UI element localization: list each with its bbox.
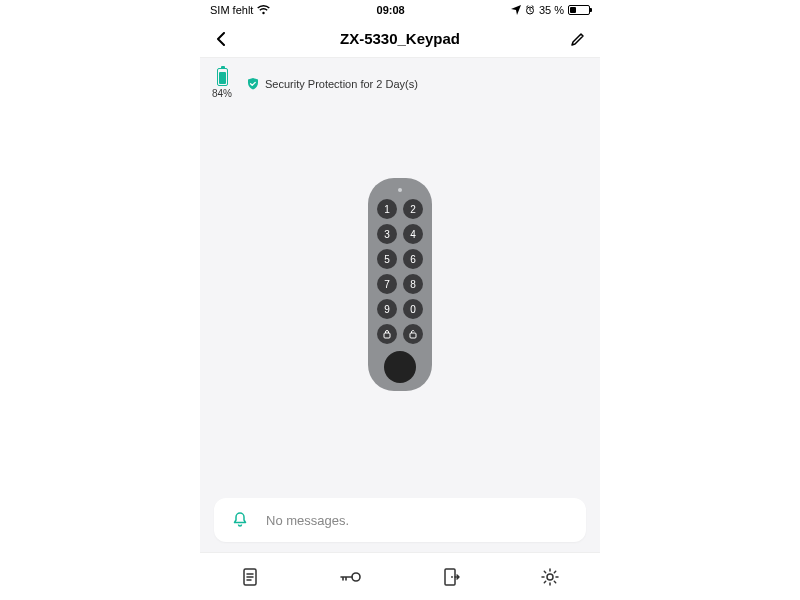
keypad-key: 3	[377, 224, 397, 244]
keypad-key: 8	[403, 274, 423, 294]
content-area: 84% Security Protection for 2 Day(s) 1 2…	[200, 58, 600, 600]
page-title: ZX-5330_Keypad	[340, 30, 460, 47]
keypad-led-icon	[398, 188, 402, 192]
keypad-lock-icon	[377, 324, 397, 344]
protection-status: Security Protection for 2 Day(s)	[246, 77, 418, 91]
door-button[interactable]	[430, 557, 470, 597]
svg-rect-5	[445, 569, 455, 585]
keypad-key: 6	[403, 249, 423, 269]
messages-card[interactable]: No messages.	[214, 498, 586, 542]
keypad-unlock-icon	[403, 324, 423, 344]
battery-percent-text: 35 %	[539, 4, 564, 16]
battery-icon	[217, 68, 228, 86]
key-button[interactable]	[330, 557, 370, 597]
ios-status-bar: SIM fehlt 09:08 35 %	[200, 0, 600, 20]
protection-text: Security Protection for 2 Day(s)	[265, 78, 418, 90]
svg-point-6	[451, 576, 453, 578]
carrier-text: SIM fehlt	[210, 4, 253, 16]
keypad-key: 4	[403, 224, 423, 244]
keypad-key: 9	[377, 299, 397, 319]
records-button[interactable]	[230, 557, 270, 597]
nav-header: ZX-5330_Keypad	[200, 20, 600, 58]
back-button[interactable]	[208, 25, 236, 53]
keypad-key: 1	[377, 199, 397, 219]
shield-check-icon	[246, 77, 260, 91]
keypad-key: 5	[377, 249, 397, 269]
battery-icon	[568, 5, 590, 15]
clock-text: 09:08	[377, 4, 405, 16]
bell-icon	[226, 506, 254, 534]
alarm-icon	[525, 5, 535, 15]
keypad-key: 7	[377, 274, 397, 294]
keypad-device-graphic: 1 2 3 4 5 6 7 8 9 0	[368, 178, 432, 391]
edit-button[interactable]	[564, 25, 592, 53]
svg-point-4	[352, 573, 360, 581]
svg-point-7	[547, 574, 553, 580]
fingerprint-sensor-icon	[384, 351, 416, 383]
keypad-key: 0	[403, 299, 423, 319]
device-battery-indicator: 84%	[212, 68, 232, 99]
wifi-icon	[257, 5, 270, 15]
messages-text: No messages.	[266, 513, 349, 528]
keypad-key: 2	[403, 199, 423, 219]
svg-rect-2	[410, 333, 416, 338]
device-battery-text: 84%	[212, 88, 232, 99]
settings-button[interactable]	[530, 557, 570, 597]
location-icon	[511, 5, 521, 15]
svg-rect-1	[384, 333, 390, 338]
bottom-toolbar	[200, 552, 600, 600]
